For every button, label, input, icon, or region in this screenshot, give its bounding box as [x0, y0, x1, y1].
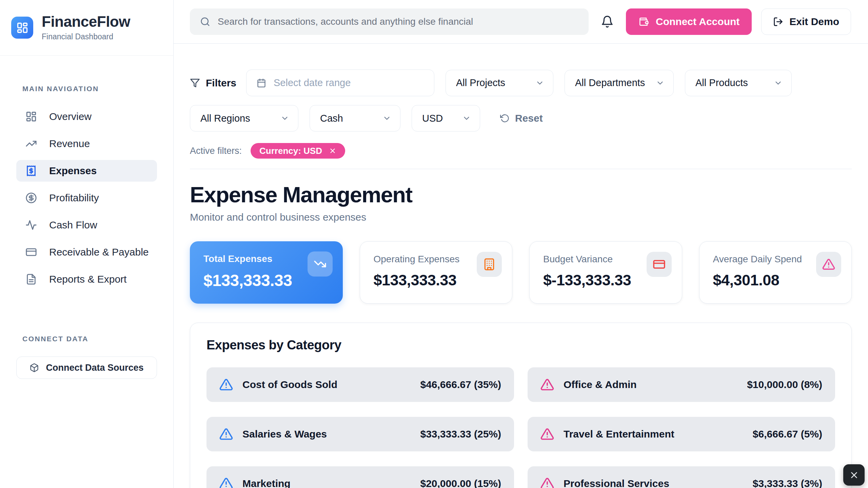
receipt-icon — [25, 165, 37, 177]
content: Filters Select date range All Projects A… — [174, 44, 868, 488]
category-row-professional-services[interactable]: Professional Services $3,333.33 (3%) — [528, 466, 835, 488]
sidebar-item-label: Overview — [49, 111, 92, 122]
filters-row-1: Filters Select date range All Projects A… — [190, 69, 852, 96]
sidebar-item-receivable-payable[interactable]: Receivable & Payable — [16, 241, 157, 263]
sidebar-item-label: Profitability — [49, 192, 99, 204]
section-divider — [190, 169, 852, 169]
page-title: Expense Management — [190, 182, 852, 207]
sidebar-item-profitability[interactable]: Profitability — [16, 187, 157, 209]
stat-card-budget-variance: Budget Variance $-133,333.33 — [529, 241, 682, 304]
app-root: FinanceFlow Financial Dashboard MAIN NAV… — [0, 0, 868, 488]
page-subtitle: Monitor and control business expenses — [190, 211, 852, 223]
date-range-placeholder: Select date range — [274, 77, 351, 88]
sidebar-item-label: Expenses — [49, 165, 97, 177]
search-input[interactable] — [218, 16, 578, 27]
connect-account-button[interactable]: Connect Account — [626, 8, 752, 35]
sidebar-item-expenses[interactable]: Expenses — [16, 160, 157, 182]
alert-triangle-icon — [219, 477, 233, 488]
app-identity: FinanceFlow Financial Dashboard — [42, 14, 130, 41]
close-overlay-button[interactable] — [843, 464, 865, 486]
dollar-circle-icon — [25, 192, 37, 204]
expenses-by-category-title: Expenses by Category — [206, 338, 835, 352]
connect-account-label: Connect Account — [656, 16, 739, 27]
stat-card-operating-expenses: Operating Expenses $133,333.33 — [360, 241, 513, 304]
sidebar: FinanceFlow Financial Dashboard MAIN NAV… — [0, 0, 174, 488]
exit-demo-label: Exit Demo — [789, 16, 839, 27]
stat-icon-badge — [816, 252, 841, 277]
wallet-icon — [638, 16, 649, 27]
sidebar-item-label: Receivable & Payable — [49, 246, 149, 258]
chevron-down-icon — [774, 79, 783, 87]
trending-up-icon — [25, 138, 37, 149]
currency-select[interactable]: USD — [412, 105, 480, 131]
stat-icon-badge — [477, 252, 502, 277]
products-select[interactable]: All Products — [685, 70, 792, 96]
alert-triangle-icon — [219, 378, 233, 391]
remove-filter-button[interactable] — [329, 147, 336, 155]
search-box[interactable] — [190, 8, 589, 35]
date-range-input[interactable]: Select date range — [246, 69, 434, 96]
chevron-down-icon — [462, 114, 471, 123]
building-icon — [483, 258, 496, 271]
category-amount: $6,666.67 (5%) — [753, 428, 822, 440]
reset-label: Reset — [515, 113, 543, 124]
category-amount: $33,333.33 (25%) — [420, 428, 501, 440]
category-name: Marketing — [242, 478, 291, 488]
main-navigation: MAIN NAVIGATION Overview Revenue Expense… — [0, 56, 173, 379]
layout-dashboard-icon — [25, 111, 37, 122]
main-column: Connect Account Exit Demo Filters Select… — [174, 0, 868, 488]
close-icon — [849, 470, 859, 480]
alert-triangle-icon — [822, 258, 835, 271]
app-title: FinanceFlow — [42, 14, 130, 29]
departments-select[interactable]: All Departments — [565, 70, 674, 96]
category-amount: $20,000.00 (15%) — [420, 478, 501, 488]
filters-label: Filters — [190, 77, 236, 89]
package-icon — [29, 363, 39, 372]
active-filters-row: Active filters: Currency: USD — [190, 143, 852, 159]
category-amount: $10,000.00 (8%) — [747, 379, 822, 390]
category-grid: Cost of Goods Sold $46,666.67 (35%) Offi… — [206, 367, 835, 488]
expenses-by-category-card: Expenses by Category Cost of Goods Sold … — [190, 323, 852, 488]
category-name: Travel & Entertainment — [564, 428, 674, 440]
stat-cards: Total Expenses $133,333.33 Operating Exp… — [190, 241, 852, 304]
app-tagline: Financial Dashboard — [42, 32, 130, 41]
exit-demo-button[interactable]: Exit Demo — [761, 8, 851, 35]
activity-icon — [25, 219, 37, 231]
sidebar-item-label: Reports & Export — [49, 273, 126, 285]
sidebar-item-revenue[interactable]: Revenue — [16, 133, 157, 155]
close-icon — [329, 147, 336, 155]
notifications-button[interactable] — [598, 13, 616, 31]
category-row-salaries-wages[interactable]: Salaries & Wages $33,333.33 (25%) — [206, 417, 514, 451]
category-row-marketing[interactable]: Marketing $20,000.00 (15%) — [206, 466, 514, 488]
projects-select[interactable]: All Projects — [446, 70, 553, 96]
stat-icon-badge — [647, 252, 672, 277]
credit-card-icon — [25, 246, 37, 258]
app-logo — [11, 17, 33, 39]
accounting-basis-select[interactable]: Cash — [310, 105, 400, 131]
bell-icon — [601, 15, 614, 28]
alert-triangle-icon — [540, 477, 554, 488]
topbar: Connect Account Exit Demo — [174, 0, 868, 44]
active-filter-chip-currency: Currency: USD — [251, 143, 345, 159]
stat-card-total-expenses: Total Expenses $133,333.33 — [190, 241, 343, 304]
log-out-icon — [773, 17, 783, 27]
stat-card-average-daily-spend: Average Daily Spend $4,301.08 — [699, 241, 852, 304]
category-amount: $46,666.67 (35%) — [420, 379, 501, 390]
sidebar-item-cash-flow[interactable]: Cash Flow — [16, 214, 157, 236]
sidebar-item-overview[interactable]: Overview — [16, 106, 157, 127]
category-row-cost-of-goods-sold[interactable]: Cost of Goods Sold $46,666.67 (35%) — [206, 367, 514, 402]
category-row-travel-entertainment[interactable]: Travel & Entertainment $6,666.67 (5%) — [528, 417, 835, 451]
filters-row-2: All Regions Cash USD Reset — [190, 105, 852, 131]
category-row-office-admin[interactable]: Office & Admin $10,000.00 (8%) — [528, 367, 835, 402]
rotate-ccw-icon — [500, 114, 510, 123]
sidebar-item-reports-export[interactable]: Reports & Export — [16, 268, 157, 290]
reset-filters-button[interactable]: Reset — [500, 113, 543, 124]
category-name: Professional Services — [564, 478, 669, 488]
credit-card-icon — [653, 258, 666, 271]
active-filters-label: Active filters: — [190, 146, 242, 156]
trending-down-icon — [314, 258, 327, 270]
search-icon — [200, 17, 210, 27]
connect-data-sources-button[interactable]: Connect Data Sources — [16, 357, 157, 379]
category-name: Cost of Goods Sold — [242, 379, 337, 390]
regions-select[interactable]: All Regions — [190, 105, 298, 131]
